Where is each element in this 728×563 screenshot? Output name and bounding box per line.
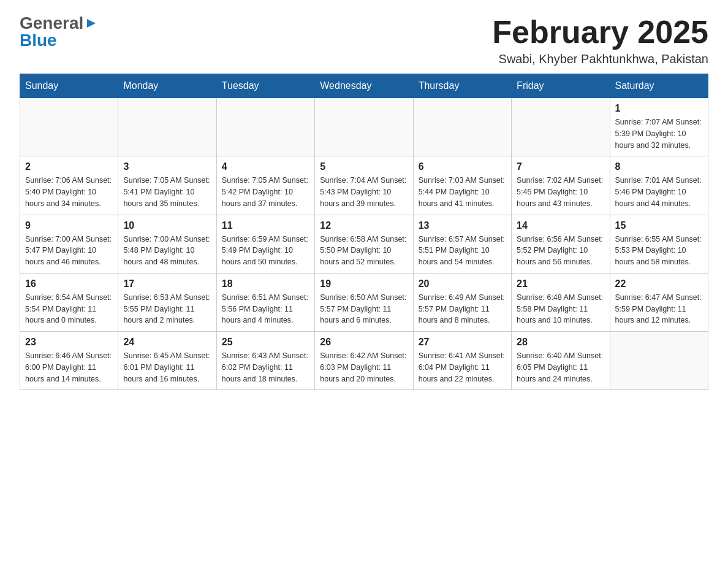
- weekday-header-monday: Monday: [118, 74, 216, 98]
- day-number: 22: [615, 278, 703, 289]
- day-info: Sunrise: 6:46 AM Sunset: 6:00 PM Dayligh…: [25, 350, 113, 385]
- day-info: Sunrise: 7:05 AM Sunset: 5:41 PM Dayligh…: [123, 175, 211, 209]
- day-info: Sunrise: 6:41 AM Sunset: 6:04 PM Dayligh…: [419, 350, 506, 385]
- calendar-week-1: 2Sunrise: 7:06 AM Sunset: 5:40 PM Daylig…: [20, 156, 708, 215]
- day-number: 27: [419, 337, 506, 348]
- calendar-cell: [315, 98, 413, 156]
- calendar-cell: 26Sunrise: 6:42 AM Sunset: 6:03 PM Dayli…: [315, 332, 413, 390]
- day-number: 28: [517, 337, 604, 348]
- calendar-header: SundayMondayTuesdayWednesdayThursdayFrid…: [20, 74, 708, 98]
- day-info: Sunrise: 7:02 AM Sunset: 5:45 PM Dayligh…: [517, 175, 604, 209]
- day-info: Sunrise: 7:07 AM Sunset: 5:39 PM Dayligh…: [615, 117, 703, 151]
- day-info: Sunrise: 6:45 AM Sunset: 6:01 PM Dayligh…: [123, 350, 211, 385]
- calendar-cell: 22Sunrise: 6:47 AM Sunset: 5:59 PM Dayli…: [610, 273, 708, 331]
- day-info: Sunrise: 6:40 AM Sunset: 6:05 PM Dayligh…: [517, 350, 604, 385]
- calendar-cell: 5Sunrise: 7:04 AM Sunset: 5:43 PM Daylig…: [315, 156, 413, 215]
- day-info: Sunrise: 6:56 AM Sunset: 5:52 PM Dayligh…: [517, 234, 604, 268]
- calendar-cell: 17Sunrise: 6:53 AM Sunset: 5:55 PM Dayli…: [118, 273, 216, 331]
- day-info: Sunrise: 6:54 AM Sunset: 5:54 PM Dayligh…: [25, 292, 113, 326]
- calendar-week-0: 1Sunrise: 7:07 AM Sunset: 5:39 PM Daylig…: [20, 98, 708, 156]
- calendar-cell: 21Sunrise: 6:48 AM Sunset: 5:58 PM Dayli…: [512, 273, 610, 331]
- day-info: Sunrise: 6:51 AM Sunset: 5:56 PM Dayligh…: [222, 292, 309, 326]
- weekday-header-thursday: Thursday: [413, 74, 511, 98]
- day-number: 2: [25, 161, 113, 172]
- month-title: February 2025: [492, 15, 708, 50]
- calendar-cell: 1Sunrise: 7:07 AM Sunset: 5:39 PM Daylig…: [610, 98, 708, 156]
- day-number: 21: [517, 278, 604, 289]
- calendar-table: SundayMondayTuesdayWednesdayThursdayFrid…: [20, 74, 708, 390]
- calendar-cell: [512, 98, 610, 156]
- calendar-cell: 2Sunrise: 7:06 AM Sunset: 5:40 PM Daylig…: [20, 156, 118, 215]
- day-number: 6: [419, 161, 506, 172]
- day-number: 1: [615, 103, 703, 114]
- day-info: Sunrise: 7:04 AM Sunset: 5:43 PM Dayligh…: [320, 175, 408, 209]
- svg-marker-0: [87, 19, 96, 28]
- calendar-cell: 9Sunrise: 7:00 AM Sunset: 5:47 PM Daylig…: [20, 215, 118, 273]
- weekday-header-tuesday: Tuesday: [216, 74, 314, 98]
- calendar-cell: 11Sunrise: 6:59 AM Sunset: 5:49 PM Dayli…: [216, 215, 314, 273]
- calendar-cell: 14Sunrise: 6:56 AM Sunset: 5:52 PM Dayli…: [512, 215, 610, 273]
- day-number: 14: [517, 220, 604, 231]
- calendar-cell: 10Sunrise: 7:00 AM Sunset: 5:48 PM Dayli…: [118, 215, 216, 273]
- day-number: 11: [222, 220, 309, 231]
- day-number: 9: [25, 220, 113, 231]
- weekday-header-wednesday: Wednesday: [315, 74, 413, 98]
- calendar-cell: 20Sunrise: 6:49 AM Sunset: 5:57 PM Dayli…: [413, 273, 511, 331]
- day-number: 24: [123, 337, 211, 348]
- day-number: 16: [25, 278, 113, 289]
- day-info: Sunrise: 7:00 AM Sunset: 5:48 PM Dayligh…: [123, 234, 211, 268]
- calendar-cell: 16Sunrise: 6:54 AM Sunset: 5:54 PM Dayli…: [20, 273, 118, 331]
- calendar-cell: 27Sunrise: 6:41 AM Sunset: 6:04 PM Dayli…: [413, 332, 511, 390]
- calendar-cell: 4Sunrise: 7:05 AM Sunset: 5:42 PM Daylig…: [216, 156, 314, 215]
- logo-blue-text: Blue: [20, 32, 57, 49]
- day-number: 15: [615, 220, 703, 231]
- day-number: 20: [419, 278, 506, 289]
- calendar-cell: 18Sunrise: 6:51 AM Sunset: 5:56 PM Dayli…: [216, 273, 314, 331]
- location-text: Swabi, Khyber Pakhtunkhwa, Pakistan: [492, 52, 708, 66]
- title-area: February 2025 Swabi, Khyber Pakhtunkhwa,…: [492, 15, 708, 66]
- logo-general-text: General: [20, 15, 83, 32]
- day-info: Sunrise: 6:47 AM Sunset: 5:59 PM Dayligh…: [615, 292, 703, 326]
- day-info: Sunrise: 7:06 AM Sunset: 5:40 PM Dayligh…: [25, 175, 113, 209]
- calendar-cell: 12Sunrise: 6:58 AM Sunset: 5:50 PM Dayli…: [315, 215, 413, 273]
- day-info: Sunrise: 7:00 AM Sunset: 5:47 PM Dayligh…: [25, 234, 113, 268]
- day-number: 3: [123, 161, 211, 172]
- page-header: General Blue February 2025 Swabi, Khyber…: [20, 15, 708, 66]
- day-info: Sunrise: 6:53 AM Sunset: 5:55 PM Dayligh…: [123, 292, 211, 326]
- calendar-cell: 19Sunrise: 6:50 AM Sunset: 5:57 PM Dayli…: [315, 273, 413, 331]
- calendar-cell: [413, 98, 511, 156]
- day-number: 17: [123, 278, 211, 289]
- calendar-cell: [216, 98, 314, 156]
- calendar-week-4: 23Sunrise: 6:46 AM Sunset: 6:00 PM Dayli…: [20, 332, 708, 390]
- calendar-cell: 15Sunrise: 6:55 AM Sunset: 5:53 PM Dayli…: [610, 215, 708, 273]
- day-number: 23: [25, 337, 113, 348]
- day-number: 18: [222, 278, 309, 289]
- day-info: Sunrise: 6:50 AM Sunset: 5:57 PM Dayligh…: [320, 292, 408, 326]
- day-number: 10: [123, 220, 211, 231]
- calendar-week-2: 9Sunrise: 7:00 AM Sunset: 5:47 PM Daylig…: [20, 215, 708, 273]
- calendar-body: 1Sunrise: 7:07 AM Sunset: 5:39 PM Daylig…: [20, 98, 708, 390]
- day-info: Sunrise: 6:57 AM Sunset: 5:51 PM Dayligh…: [419, 234, 506, 268]
- day-number: 7: [517, 161, 604, 172]
- day-number: 25: [222, 337, 309, 348]
- calendar-cell: 28Sunrise: 6:40 AM Sunset: 6:05 PM Dayli…: [512, 332, 610, 390]
- day-number: 12: [320, 220, 408, 231]
- weekday-header-sunday: Sunday: [20, 74, 118, 98]
- calendar-cell: 24Sunrise: 6:45 AM Sunset: 6:01 PM Dayli…: [118, 332, 216, 390]
- day-number: 8: [615, 161, 703, 172]
- day-info: Sunrise: 6:49 AM Sunset: 5:57 PM Dayligh…: [419, 292, 506, 326]
- calendar-cell: 3Sunrise: 7:05 AM Sunset: 5:41 PM Daylig…: [118, 156, 216, 215]
- calendar-cell: 7Sunrise: 7:02 AM Sunset: 5:45 PM Daylig…: [512, 156, 610, 215]
- day-number: 26: [320, 337, 408, 348]
- day-info: Sunrise: 6:48 AM Sunset: 5:58 PM Dayligh…: [517, 292, 604, 326]
- weekday-header-saturday: Saturday: [610, 74, 708, 98]
- calendar-cell: 13Sunrise: 6:57 AM Sunset: 5:51 PM Dayli…: [413, 215, 511, 273]
- day-number: 5: [320, 161, 408, 172]
- day-info: Sunrise: 6:43 AM Sunset: 6:02 PM Dayligh…: [222, 350, 309, 385]
- day-info: Sunrise: 7:05 AM Sunset: 5:42 PM Dayligh…: [222, 175, 309, 209]
- calendar-cell: 8Sunrise: 7:01 AM Sunset: 5:46 PM Daylig…: [610, 156, 708, 215]
- calendar-cell: [118, 98, 216, 156]
- day-number: 4: [222, 161, 309, 172]
- logo-arrow-icon: [85, 17, 98, 30]
- day-info: Sunrise: 6:55 AM Sunset: 5:53 PM Dayligh…: [615, 234, 703, 268]
